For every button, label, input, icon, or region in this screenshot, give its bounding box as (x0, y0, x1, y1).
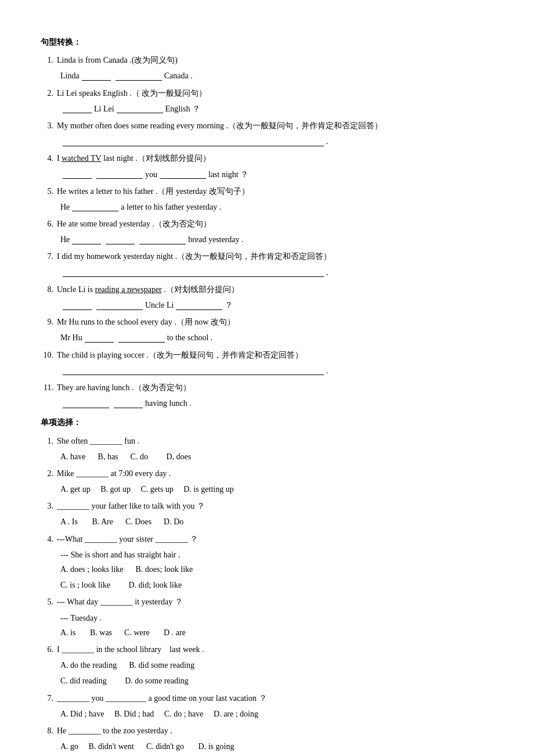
mc5-options: A. is B. was C. were D . are (60, 625, 493, 640)
q8-answer: Uncle Li ？ (60, 298, 493, 312)
mc4-options2: C. is ; look like D. did; look like (60, 578, 493, 592)
q9-num: 9. (41, 315, 57, 329)
q6-answer: He bread yesterday . (60, 232, 493, 247)
q11-text: They are having lunch .（改为否定句） (57, 380, 493, 395)
q3-num: 3. (41, 118, 57, 133)
mc1-text: She often ________ fun . (57, 434, 493, 448)
q2-num: 2. (41, 86, 57, 100)
q7-answer: . (60, 265, 493, 280)
mc3-text: ________ your father like to talk with y… (57, 499, 493, 513)
q9-text: Mr Hu runs to the school every day .（用 n… (57, 315, 493, 329)
q5-num: 5. (41, 184, 57, 199)
q3-text: My mother often does some reading every … (57, 118, 493, 133)
mc2-num: 2. (41, 466, 57, 481)
q2-text: Li Lei speaks English .（ 改为一般疑问句） (57, 86, 493, 100)
mc3-num: 3. (41, 499, 57, 513)
mc1-options: A. have B, has C. do D, does (60, 449, 493, 464)
q3-answer: . (60, 134, 493, 149)
q9-answer: Mr Hu to the school . (60, 330, 493, 345)
mc7-text: ________ you __________ a good time on y… (57, 691, 493, 705)
q7-text: I did my homework yesterday night .（改为一般… (57, 249, 493, 264)
mc4-options1: A. does ; looks like B. does; look like (60, 562, 493, 577)
mc6-num: 6. (41, 642, 57, 657)
q1-answer: Linda Canada . (60, 69, 493, 83)
mc8-text: He ________ to the zoo yesterday . (57, 723, 493, 738)
q4-text: I watched TV last night .（对划线部分提问） (57, 151, 493, 165)
q11-answer: having lunch . (60, 396, 493, 411)
mc6-text: I ________ in the school library last we… (57, 642, 493, 657)
mc8-options: A. go B. didn't went C. didn't go D. is … (60, 739, 493, 754)
q4-num: 4. (41, 151, 57, 165)
mc4-num: 4. (41, 532, 57, 546)
q6-num: 6. (41, 217, 57, 231)
q5-text: He writes a letter to his father .（用 yes… (57, 184, 493, 199)
mc4-text: ---What ________ your sister ________ ？ (57, 532, 493, 546)
section1-title: 句型转换： (41, 35, 493, 49)
q6-text: He ate some bread yesterday .（改为否定句） (57, 217, 493, 231)
q1-num: 1. (41, 53, 57, 67)
section2-title: 单项选择： (41, 415, 493, 430)
mc8-num: 8. (41, 723, 57, 738)
q10-num: 10. (41, 348, 57, 362)
mc5-text: --- What day ________ it yesterday ？ (57, 595, 493, 609)
mc1-num: 1. (41, 434, 57, 448)
mc3-options: A . Is B. Are C. Does D. Do (60, 514, 493, 529)
mc4-sub: --- She is short and has straight hair . (60, 548, 493, 562)
mc2-options: A. get up B. got up C. gets up D. is get… (60, 482, 493, 496)
mc6-options2: C. did reading D. do some reading (60, 674, 493, 688)
mc6-options1: A. do the reading B. did some reading (60, 658, 493, 672)
q10-text: The child is playing soccer .（改为一般疑问句，并作… (57, 348, 493, 362)
mc7-options: A. Did ; have B. Did ; had C. do ; have … (60, 707, 493, 721)
q8-num: 8. (41, 282, 57, 297)
q2-answer: Li Lei English ？ (60, 102, 493, 116)
mc7-num: 7. (41, 691, 57, 705)
q7-num: 7. (41, 249, 57, 264)
mc5-sub: --- Tuesday . (60, 611, 493, 625)
q1-text: Linda is from Canada .(改为同义句) (57, 53, 493, 67)
mc2-text: Mike ________ at 7:00 every day . (57, 466, 493, 481)
mc5-num: 5. (41, 595, 57, 609)
q10-answer: . (60, 363, 493, 378)
q8-text: Uncle Li is reading a newspaper .（对划线部分提… (57, 282, 493, 297)
q4-answer: you last night ？ (60, 167, 493, 182)
q5-answer: He a letter to his father yesterday . (60, 200, 493, 214)
q11-num: 11. (41, 380, 57, 395)
